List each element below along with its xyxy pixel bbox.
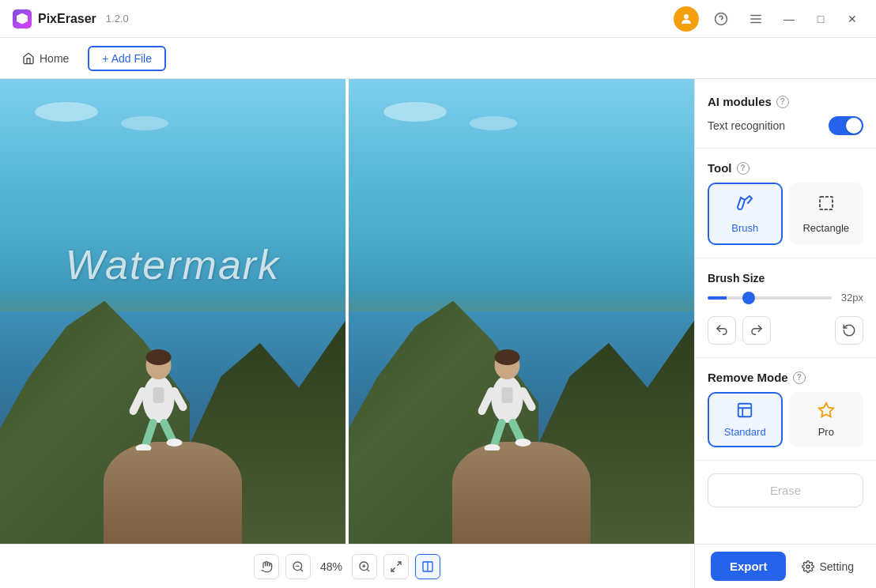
svg-line-23: [513, 423, 522, 441]
text-recognition-toggle[interactable]: [829, 116, 863, 135]
ai-modules-label: AI modules: [708, 95, 772, 108]
rectangle-tool-button[interactable]: Rectangle: [789, 183, 864, 245]
zoom-out-button[interactable]: [285, 554, 311, 579]
help-icon[interactable]: [708, 6, 734, 32]
image-panels: Watermark: [0, 79, 694, 544]
brush-label: Brush: [731, 222, 758, 234]
brush-icon: [735, 194, 754, 217]
home-icon: [22, 52, 35, 65]
bottom-right-actions: Export Setting: [694, 545, 876, 588]
remove-mode-section: Remove Mode ? Standard Pro: [708, 371, 863, 447]
svg-point-15: [167, 439, 183, 447]
svg-line-20: [482, 391, 492, 411]
tool-grid: Brush Rectangle: [708, 183, 863, 245]
svg-rect-9: [153, 387, 164, 403]
right-image-panel[interactable]: [349, 79, 694, 544]
svg-line-11: [175, 391, 183, 407]
svg-point-8: [146, 349, 172, 365]
toggle-thumb: [846, 118, 862, 134]
side-panel: AI modules ? Text recognition Tool ?: [694, 79, 876, 544]
divider-4: [695, 460, 876, 461]
fit-button[interactable]: [383, 554, 409, 579]
tool-header: Tool ?: [708, 161, 863, 175]
brush-tool-button[interactable]: Brush: [708, 183, 783, 245]
export-button[interactable]: Export: [711, 552, 787, 581]
zoom-in-button[interactable]: [352, 554, 377, 579]
ai-modules-section: AI modules ? Text recognition: [708, 95, 863, 135]
tool-section: Tool ? Brush Rectangle: [708, 161, 863, 245]
titlebar-right: — □ ✕: [674, 6, 863, 32]
titlebar-left: PixEraser 1.2.0: [13, 9, 129, 28]
bottom-bar: 48% Export Setting: [0, 544, 876, 588]
undo-button[interactable]: [708, 316, 736, 345]
svg-point-25: [515, 439, 531, 447]
setting-label: Setting: [819, 560, 854, 573]
svg-rect-27: [738, 404, 752, 417]
action-row: [708, 316, 863, 345]
rectangle-icon: [817, 194, 836, 217]
app-name: PixEraser: [38, 12, 96, 26]
setting-icon: [802, 560, 814, 573]
divider-3: [695, 357, 876, 358]
setting-button[interactable]: Setting: [792, 554, 863, 579]
app-logo-inner: [17, 13, 28, 24]
brush-size-label: Brush Size: [708, 272, 765, 285]
tool-help-icon[interactable]: ?: [737, 162, 750, 175]
home-button[interactable]: Home: [13, 47, 78, 70]
close-button[interactable]: ✕: [841, 8, 863, 30]
svg-line-29: [300, 569, 303, 571]
split-view-button[interactable]: [415, 554, 440, 579]
menu-icon[interactable]: [743, 6, 768, 32]
divider-1: [695, 148, 876, 149]
person-svg-right: [478, 332, 538, 450]
app-version: 1.2.0: [106, 13, 129, 24]
pro-mode-icon: [817, 401, 835, 423]
brush-size-value: 32px: [838, 292, 863, 303]
divider-2: [695, 258, 876, 258]
text-recognition-row: Text recognition: [708, 116, 863, 135]
titlebar: PixEraser 1.2.0 — □ ✕: [0, 0, 876, 38]
standard-mode-button[interactable]: Standard: [708, 392, 783, 447]
app-logo: [13, 9, 32, 28]
standard-mode-label: Standard: [724, 426, 766, 438]
hand-tool-button[interactable]: [254, 554, 279, 579]
brush-size-section: Brush Size 32px: [708, 271, 863, 303]
remove-mode-label: Remove Mode: [708, 371, 788, 384]
ai-modules-help-icon[interactable]: ?: [776, 96, 789, 108]
svg-point-0: [684, 14, 689, 19]
erase-button[interactable]: Erase: [708, 473, 863, 507]
redo-button[interactable]: [742, 316, 771, 345]
left-image-panel[interactable]: Watermark: [0, 79, 345, 544]
panel-divider: [345, 79, 349, 544]
text-recognition-label: Text recognition: [708, 119, 785, 132]
pro-mode-button[interactable]: Pro: [789, 392, 864, 447]
svg-line-21: [523, 391, 532, 407]
brush-size-slider[interactable]: [708, 296, 832, 300]
ai-modules-header: AI modules ?: [708, 95, 863, 108]
standard-mode-icon: [736, 401, 753, 423]
svg-line-36: [391, 567, 395, 571]
svg-point-39: [806, 565, 810, 568]
remove-mode-help-icon[interactable]: ?: [793, 371, 806, 384]
slider-row: 32px: [708, 292, 863, 303]
pro-mode-label: Pro: [818, 426, 834, 438]
svg-line-13: [164, 423, 173, 441]
remove-mode-header: Remove Mode ?: [708, 371, 863, 384]
zoom-level: 48%: [317, 560, 345, 573]
svg-line-32: [367, 569, 369, 571]
svg-line-12: [145, 423, 153, 447]
minimize-button[interactable]: —: [778, 8, 800, 30]
svg-rect-19: [502, 387, 513, 403]
main-area: Watermark: [0, 79, 876, 544]
svg-line-22: [494, 423, 502, 447]
avatar-icon[interactable]: [674, 6, 699, 32]
add-file-label: + Add File: [102, 52, 152, 65]
maximize-button[interactable]: □: [810, 8, 832, 30]
svg-rect-26: [820, 197, 833, 209]
add-file-button[interactable]: + Add File: [88, 46, 166, 71]
svg-line-35: [397, 562, 401, 566]
reset-button[interactable]: [835, 316, 863, 345]
svg-point-18: [495, 349, 520, 365]
home-label: Home: [40, 52, 69, 65]
svg-line-10: [134, 391, 143, 411]
